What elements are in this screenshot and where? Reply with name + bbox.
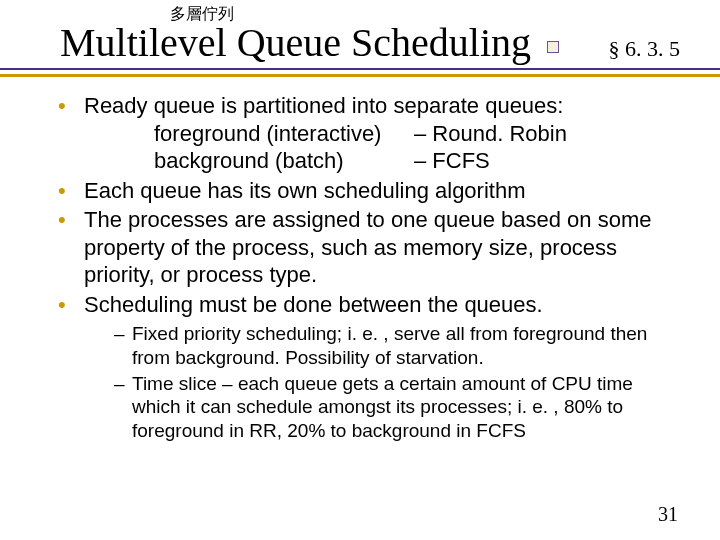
page-number: 31 xyxy=(658,503,678,526)
bullet-item: Scheduling must be done between the queu… xyxy=(58,291,680,319)
sub-bullet-text: Fixed priority scheduling; i. e. , serve… xyxy=(132,323,647,368)
title-underline xyxy=(0,68,720,78)
section-reference: § 6. 3. 5 xyxy=(609,36,681,62)
slide-content: Ready queue is partitioned into separate… xyxy=(0,78,720,443)
slide: 多層佇列 Multilevel Queue Scheduling § 6. 3.… xyxy=(0,0,720,540)
indent-row: foreground (interactive) – Round. Robin xyxy=(154,120,680,148)
indent-col1: background (batch) xyxy=(154,147,414,175)
sub-bullet-item: Fixed priority scheduling; i. e. , serve… xyxy=(114,322,680,370)
title-text: Multilevel Queue Scheduling xyxy=(60,20,531,65)
bullet-text: Each queue has its own scheduling algori… xyxy=(84,178,526,203)
indent-col2: – FCFS xyxy=(414,147,490,175)
title-row: Multilevel Queue Scheduling § 6. 3. 5 xyxy=(60,19,720,66)
bullet-item: Each queue has its own scheduling algori… xyxy=(58,177,680,205)
indent-col2: – Round. Robin xyxy=(414,120,567,148)
bullet-list: Ready queue is partitioned into separate… xyxy=(58,92,680,318)
indent-row: background (batch) – FCFS xyxy=(154,147,680,175)
sub-bullet-item: Time slice – each queue gets a certain a… xyxy=(114,372,680,443)
slide-title: Multilevel Queue Scheduling xyxy=(60,19,559,66)
underline-purple xyxy=(0,68,720,70)
indent-col1: foreground (interactive) xyxy=(154,120,414,148)
sub-bullet-text: Time slice – each queue gets a certain a… xyxy=(132,373,633,442)
underline-gold xyxy=(0,74,720,77)
bullet-item: Ready queue is partitioned into separate… xyxy=(58,92,680,175)
bullet-item: The processes are assigned to one queue … xyxy=(58,206,680,289)
bullet-text: Ready queue is partitioned into separate… xyxy=(84,93,563,118)
decorative-square-icon xyxy=(547,41,559,53)
bullet-text: Scheduling must be done between the queu… xyxy=(84,292,543,317)
bullet-text: The processes are assigned to one queue … xyxy=(84,207,652,287)
sub-bullet-list: Fixed priority scheduling; i. e. , serve… xyxy=(114,322,680,443)
slide-header: 多層佇列 Multilevel Queue Scheduling § 6. 3.… xyxy=(0,0,720,66)
